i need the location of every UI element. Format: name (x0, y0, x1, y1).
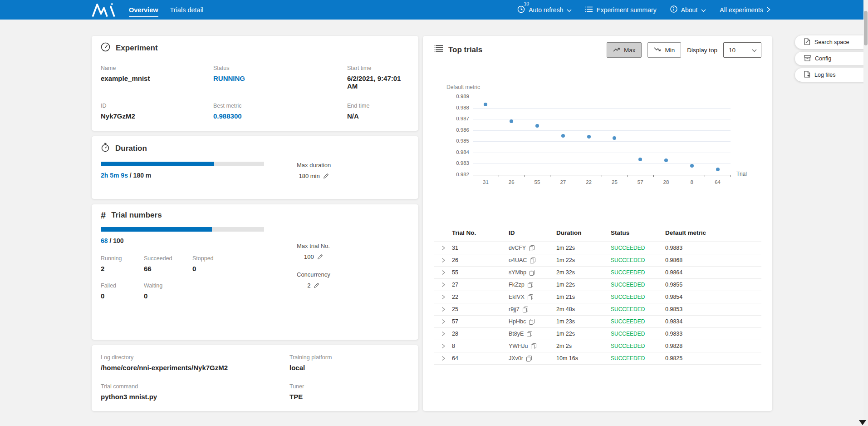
field-label: Start time (347, 65, 409, 71)
gridline (473, 153, 731, 153)
scroll-down-arrow-icon[interactable] (859, 420, 866, 425)
table-row[interactable]: 8YWHJu2m 2sSUCCEEDED0.9828 (434, 340, 761, 352)
scatter-point (535, 124, 539, 128)
about-menu[interactable]: About (670, 5, 706, 14)
field: IDNyk7GzM2 (101, 103, 213, 120)
log-files-icon (804, 71, 810, 79)
max-button[interactable]: Max (607, 42, 642, 58)
table-row[interactable]: 55sYMbp2m 32sSUCCEEDED0.9864 (434, 267, 761, 279)
y-tick-label: 0.983 (434, 160, 469, 166)
tab-trials-detail[interactable]: Trials detail (170, 6, 204, 14)
scatter-point (690, 164, 694, 168)
trial-count: 68 (101, 237, 108, 244)
field-value: N/A (347, 112, 409, 120)
experiment-summary-button[interactable]: Experiment summary (585, 6, 656, 14)
copy-icon[interactable] (527, 331, 532, 337)
table-row[interactable]: 57HpHbc1m 23sSUCCEEDED0.9834 (434, 316, 761, 328)
scatter-point (664, 159, 668, 162)
table-row[interactable]: 26o4UAC1m 22sSUCCEEDED0.9868 (434, 254, 761, 267)
table-row[interactable]: 22EkfVX1m 21sSUCCEEDED0.9854 (434, 291, 761, 303)
display-top-select[interactable]: 10 (723, 42, 761, 58)
trial-id: JXv0r (509, 355, 523, 362)
field: Log directory/home/core/nni-experiments/… (101, 354, 289, 372)
cell-duration: 2m 2s (556, 343, 611, 349)
copy-icon[interactable] (523, 307, 528, 312)
copy-icon[interactable] (528, 294, 533, 300)
cell-default-metric: 0.9868 (665, 257, 761, 263)
row-expander-icon[interactable] (434, 307, 452, 312)
scrollbar-thumb[interactable] (864, 11, 868, 45)
trial-id: Bt8yE (509, 331, 524, 337)
field-label: Succeeded (144, 255, 192, 262)
copy-icon[interactable] (529, 245, 535, 251)
field-value: python3 mnist.py (101, 393, 289, 401)
row-expander-icon[interactable] (434, 319, 452, 324)
copy-icon[interactable] (528, 282, 533, 288)
row-expander-icon[interactable] (434, 270, 452, 275)
cell-id: o4UAC (509, 257, 556, 263)
cell-default-metric: 0.9855 (665, 282, 761, 288)
gridline (473, 141, 731, 142)
table-row[interactable]: 28Bt8yE1m 22sSUCCEEDED0.9833 (434, 328, 761, 340)
row-expander-icon[interactable] (434, 356, 452, 361)
edit-max-duration-icon[interactable] (323, 173, 329, 179)
axis-tick (550, 175, 550, 177)
vertical-scrollbar[interactable] (863, 0, 868, 426)
row-expander-icon[interactable] (434, 294, 452, 300)
gridline (473, 97, 731, 97)
top-nav: Overview Trials detail 10 Auto refresh (0, 0, 868, 20)
row-expander-icon[interactable] (434, 282, 452, 287)
table-row[interactable]: 27FkZzp1m 22sSUCCEEDED0.9855 (434, 279, 761, 291)
info-grid: Log directory/home/core/nni-experiments/… (101, 354, 409, 401)
search-space-button[interactable]: Search space (795, 35, 868, 49)
log-files-button[interactable]: Log files (795, 68, 868, 82)
all-experiments-link[interactable]: All experiments (720, 6, 770, 14)
row-expander-icon[interactable] (434, 343, 452, 349)
field-label: Waiting (144, 282, 192, 289)
gauge-icon (101, 42, 110, 54)
cell-default-metric: 0.9834 (665, 318, 761, 325)
x-tick-label: 28 (663, 179, 669, 185)
copy-icon[interactable] (531, 343, 536, 349)
row-expander-icon[interactable] (434, 331, 452, 337)
edit-concurrency-icon[interactable] (314, 282, 319, 288)
display-top-label: Display top (687, 47, 717, 54)
field-label: Stopped (192, 255, 273, 262)
copy-icon[interactable] (530, 270, 535, 276)
edit-max-trial-icon[interactable] (317, 254, 323, 260)
max-duration-label: Max duration (297, 162, 331, 168)
field: Best metric0.988300 (213, 103, 347, 120)
field-label: Training platform (289, 354, 409, 361)
field-label: End time (347, 103, 409, 109)
config-button[interactable]: Config (795, 52, 868, 65)
x-tick-label: 8 (691, 179, 693, 185)
max-trial-label: Max trial No. (297, 243, 330, 249)
config-icon (804, 55, 811, 63)
nav-tabs: Overview Trials detail (129, 6, 203, 14)
column-header: Default metric (665, 229, 761, 236)
auto-refresh-control[interactable]: 10 Auto refresh (517, 5, 572, 15)
column-header: Trial No. (452, 229, 509, 236)
copy-icon[interactable] (529, 319, 535, 325)
trial-total: / 100 (108, 237, 124, 244)
table-row[interactable]: 25r9jj72m 48sSUCCEEDED0.9853 (434, 303, 761, 316)
x-tick-label: 31 (483, 179, 489, 185)
auto-refresh-interval-badge: 10 (524, 1, 529, 6)
field: Failed0 (101, 282, 144, 300)
copy-icon[interactable] (530, 258, 535, 263)
table-row[interactable]: 64JXv0r10m 16sSUCCEEDED0.9825 (434, 352, 761, 365)
cell-default-metric: 0.9864 (665, 269, 761, 276)
row-expander-icon[interactable] (434, 258, 452, 263)
all-experiments-label: All experiments (720, 6, 763, 14)
cell-duration: 1m 21s (556, 294, 611, 300)
min-button[interactable]: Min (647, 42, 681, 58)
row-expander-icon[interactable] (434, 245, 452, 251)
cell-trial-no: 22 (452, 294, 509, 300)
copy-icon[interactable] (526, 356, 532, 362)
tab-overview[interactable]: Overview (129, 6, 158, 14)
table-row[interactable]: 31dvCFY1m 22sSUCCEEDED0.9883 (434, 242, 761, 254)
cell-status: SUCCEEDED (611, 355, 665, 362)
max-trial-value: 100 (304, 253, 314, 260)
cell-duration: 1m 23s (556, 318, 611, 325)
field-value: example_mnist (101, 74, 213, 82)
